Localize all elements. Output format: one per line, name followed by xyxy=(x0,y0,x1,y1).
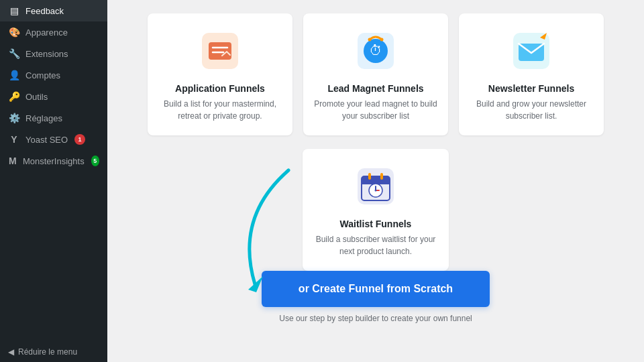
svg-point-8 xyxy=(380,38,384,42)
svg-rect-1 xyxy=(209,42,231,60)
newsletter-funnel-desc: Build and grow your newsletter subscribe… xyxy=(470,98,593,122)
sidebar-label-comptes: Comptes xyxy=(25,70,60,80)
sidebar-item-comptes[interactable]: 👤 Comptes xyxy=(0,64,107,86)
sidebar-label-outils: Outils xyxy=(25,92,48,102)
svg-point-20 xyxy=(375,190,377,192)
sidebar-label-monster: MonsterInsights xyxy=(23,156,85,166)
svg-rect-16 xyxy=(380,173,383,180)
svg-text:⏱: ⏱ xyxy=(369,43,382,58)
svg-point-7 xyxy=(368,38,372,42)
sidebar-label-reglages: Réglages xyxy=(25,113,62,123)
yoast-icon: Y xyxy=(8,134,20,145)
svg-marker-21 xyxy=(248,276,263,292)
newsletter-funnel-icon xyxy=(507,27,555,75)
sidebar-item-yoast[interactable]: Y Yoast SEO 1 xyxy=(0,129,107,150)
sidebar-label-feedback: Feedback xyxy=(25,6,64,16)
funnel-card-lead[interactable]: ⏱ Lead Magnet Funnels Promote your lead … xyxy=(303,13,448,135)
yoast-badge: 1 xyxy=(74,134,85,145)
sidebar-item-reglages[interactable]: ⚙️ Réglages xyxy=(0,107,107,129)
lead-funnel-icon: ⏱ xyxy=(352,27,400,75)
monster-badge: 5 xyxy=(91,156,99,166)
waitlist-funnel-icon xyxy=(352,162,400,210)
newsletter-funnel-title: Newsletter Funnels xyxy=(488,83,574,94)
comptes-icon: 👤 xyxy=(8,70,20,80)
reglages-icon: ⚙️ xyxy=(8,113,20,123)
feedback-icon: ▤ xyxy=(8,5,20,16)
sidebar: ▤ Feedback 🎨 Apparence 🔧 Extensions 👤 Co… xyxy=(0,0,107,362)
apparence-icon: 🎨 xyxy=(8,27,20,38)
funnel-cards-grid: Application Funnels Build a list for you… xyxy=(148,13,604,135)
waitlist-funnel-title: Waitlist Funnels xyxy=(340,219,412,229)
sidebar-label-yoast: Yoast SEO xyxy=(25,135,68,145)
sidebar-item-apparence[interactable]: 🎨 Apparence xyxy=(0,21,107,43)
sidebar-item-monster[interactable]: M MonsterInsights 5 xyxy=(0,150,107,172)
sidebar-reduce-button[interactable]: ◀ Réduire le menu xyxy=(0,342,107,362)
outils-icon: 🔑 xyxy=(8,91,20,102)
funnel-card-newsletter[interactable]: Newsletter Funnels Build and grow your n… xyxy=(459,13,604,135)
main-content: Application Funnels Build a list for you… xyxy=(107,0,644,362)
cta-subtext: Use our step by step builder to create y… xyxy=(279,314,472,323)
waitlist-funnel-desc: Build a subscriber waitlist for your nex… xyxy=(313,233,439,257)
lead-funnel-desc: Promote your lead magnet to build your s… xyxy=(314,98,437,122)
lead-funnel-title: Lead Magnet Funnels xyxy=(327,83,423,94)
application-funnel-icon xyxy=(196,27,244,75)
svg-rect-15 xyxy=(368,173,371,180)
application-funnel-title: Application Funnels xyxy=(175,83,265,94)
monster-icon: M xyxy=(8,156,17,166)
extensions-icon: 🔧 xyxy=(8,48,20,59)
curved-arrow xyxy=(181,164,315,298)
funnel-card-waitlist[interactable]: Waitlist Funnels Build a subscriber wait… xyxy=(303,149,449,271)
application-funnel-desc: Build a list for your mastermind, retrea… xyxy=(158,98,282,122)
sidebar-label-extensions: Extensions xyxy=(25,49,68,59)
sidebar-item-feedback[interactable]: ▤ Feedback xyxy=(0,0,107,21)
reduce-label: Réduire le menu xyxy=(18,347,77,357)
sidebar-item-outils[interactable]: 🔑 Outils xyxy=(0,86,107,107)
funnel-card-application[interactable]: Application Funnels Build a list for you… xyxy=(148,13,292,135)
sidebar-item-extensions[interactable]: 🔧 Extensions xyxy=(0,43,107,64)
cta-area: or Create Funnel from Scratch Use our st… xyxy=(148,271,604,323)
reduce-icon: ◀ xyxy=(8,347,14,357)
sidebar-label-apparence: Apparence xyxy=(25,27,68,38)
